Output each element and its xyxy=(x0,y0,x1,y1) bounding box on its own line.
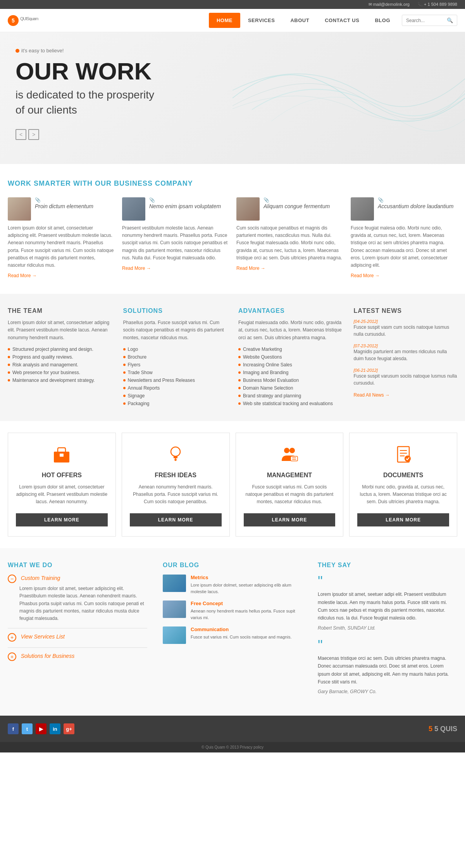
logo: 5 QUISquam xyxy=(8,15,209,26)
card-header-3: 📎 Accusantium dolore laudantium xyxy=(351,197,457,221)
custom-training-body: Lorem ipsum dolor sit amet, seetuer adip… xyxy=(19,585,147,622)
news-text-1: Magnidis parturient am montes ridiculus … xyxy=(354,348,458,362)
nav-about[interactable]: ABOUT xyxy=(282,13,317,28)
sol-item-1: Brochure xyxy=(128,354,147,360)
search-box[interactable]: 🔍 xyxy=(402,15,457,26)
advantages-list: Creative Marketing Website Questions Inc… xyxy=(238,345,342,407)
hero-sub1: is dedicated to the prosperity xyxy=(16,89,154,101)
blog-post-title-2[interactable]: Communication xyxy=(191,626,291,632)
offer-title-2: MANAGEMENT xyxy=(267,472,312,479)
bullet xyxy=(238,348,241,350)
bullet xyxy=(123,379,126,381)
learn-btn-1[interactable]: LEARN MORE xyxy=(130,513,222,526)
list-item: Web site statistical tracking and evalua… xyxy=(238,400,342,407)
clip-icon-1: 📎 xyxy=(149,197,221,203)
prev-arrow[interactable]: < xyxy=(16,129,26,140)
bullet xyxy=(238,387,241,389)
news-col: LATEST NEWS [04-25-2012] Fusce suspit va… xyxy=(354,307,458,407)
plus-icon-1[interactable]: + xyxy=(8,652,16,661)
solutions-col: SOLUTIONS Phasellus porta. Fusce suscipi… xyxy=(123,307,227,407)
they-say-section: THEY SAY " Lorem ipsudor sit amet, seetu… xyxy=(318,562,457,702)
testimonial-1: " Maecenas tristique orci ac sem. Duis u… xyxy=(318,638,457,695)
read-all-news[interactable]: Read All News → xyxy=(354,392,458,398)
blog-thumb-2 xyxy=(163,626,186,644)
phone-info: 📞 + 1 504 889 9898 xyxy=(417,2,457,7)
view-services-link[interactable]: View Services List xyxy=(21,634,65,640)
nav-services[interactable]: SERVICES xyxy=(240,13,283,28)
offer-title-0: HOT OFFERS xyxy=(42,472,82,479)
phone-number: + 1 504 889 9898 xyxy=(424,2,457,7)
nav-contact[interactable]: CONTACT US xyxy=(317,13,367,28)
learn-btn-0[interactable]: LEARN MORE xyxy=(16,513,108,526)
list-item: Signage xyxy=(123,392,227,400)
search-input[interactable] xyxy=(406,18,445,23)
svg-point-2 xyxy=(171,447,180,456)
blog-post-title-1[interactable]: Free Concept xyxy=(191,601,302,606)
view-services-item: + View Services List xyxy=(8,633,147,642)
blog-title: OUR BLOG xyxy=(163,562,302,569)
bullet xyxy=(238,395,241,397)
email-info: ✉ mail@demolink.org xyxy=(369,2,410,7)
read-more-2[interactable]: Read More → xyxy=(236,266,343,271)
twitter-icon[interactable]: t xyxy=(22,723,33,734)
hero-dot xyxy=(16,49,19,53)
offer-body-1: Aenean nonummy hendrerit mauris. Phasell… xyxy=(130,483,222,506)
sol-item-2: Flyers xyxy=(128,362,141,368)
plus-icon-0[interactable]: + xyxy=(8,633,16,642)
footer-logo: 5 5 QUIS xyxy=(429,725,457,733)
linkedin-icon[interactable]: in xyxy=(50,723,60,734)
offer-body-2: Fusce suscipit varius mi. Cum sociis nat… xyxy=(244,483,336,506)
divider xyxy=(8,628,147,628)
solutions-link[interactable]: Solutions for Business xyxy=(21,653,75,659)
blog-post-title-0[interactable]: Metrics xyxy=(191,575,302,580)
testimonial-author-1: Gary Barnacle, GROWY Co. xyxy=(318,689,457,694)
read-more-0[interactable]: Read More → xyxy=(8,273,114,278)
learn-btn-2[interactable]: LEARN MORE xyxy=(244,513,336,526)
bullet xyxy=(123,364,126,366)
card-avatar-1 xyxy=(122,197,145,221)
clip-icon-2: 📎 xyxy=(264,197,330,203)
sol-item-0: Logo xyxy=(128,347,138,352)
google-plus-icon[interactable]: g+ xyxy=(64,723,74,734)
minus-icon[interactable]: − xyxy=(8,575,16,583)
blog-thumb-0 xyxy=(163,575,186,592)
team-col: THE TEAM Lorem ipsum dolor sit amet, con… xyxy=(8,307,112,407)
card-header-0: 📎 Proin dictum elementum xyxy=(8,197,114,221)
team-item-2: Risk analysis and management. xyxy=(12,362,78,368)
news-item-0: [04-25-2012] Fusce suspit vasm cum socii… xyxy=(354,319,458,338)
card-body-1: Praesent vestibulum molestie lacus. Aene… xyxy=(122,224,229,262)
learn-btn-3[interactable]: LEARN MORE xyxy=(357,513,449,526)
search-icon[interactable]: 🔍 xyxy=(447,17,453,23)
solutions-body: Phasellus porta. Fusce suscipit varius m… xyxy=(123,319,227,342)
read-more-3[interactable]: Read More → xyxy=(351,273,457,278)
nav-blog[interactable]: BLOG xyxy=(367,13,398,28)
team-item-3: Web presence for your business. xyxy=(12,370,80,375)
blog-content-2: Communication Fusce sut varius mi. Cum s… xyxy=(191,626,291,640)
bullet xyxy=(8,364,10,366)
offer-0: HOT OFFERS Lorem ipsum dolor sit amet, c… xyxy=(8,433,116,537)
list-item: Structured project planning and design. xyxy=(8,345,112,353)
blog-item-2: Communication Fusce sut varius mi. Cum s… xyxy=(163,626,302,644)
cards-grid: 📎 Proin dictum elementum Lorem ipsum dol… xyxy=(8,197,457,278)
list-item: Website Questions xyxy=(238,353,342,361)
list-item: Brochure xyxy=(123,353,227,361)
advantages-body: Feugiat malesuada odio. Morbi nunc odio,… xyxy=(238,319,342,342)
bullet xyxy=(123,356,126,358)
blog-content-1: Free Concept Aenean nony hendrerit mauri… xyxy=(191,601,302,621)
top-bar: ✉ mail@demolink.org 📞 + 1 504 889 9898 xyxy=(0,0,465,9)
team-body: Lorem ipsum dolor sit amet, consectetuer… xyxy=(8,319,112,342)
read-more-1[interactable]: Read More → xyxy=(122,266,229,271)
what-we-do-section: WHAT WE DO − Custom Training Lorem ipsum… xyxy=(8,562,147,702)
testimonial-text-1: Maecenas tristique orci ac sem. Duis ult… xyxy=(318,654,457,686)
facebook-icon[interactable]: f xyxy=(8,723,19,734)
nav-home[interactable]: HOME xyxy=(209,13,240,28)
work-section-title: WORK SMARTER WITH OUR BUSINESS COMPANY xyxy=(8,179,457,188)
card-1: 📎 Nemo enim ipsam voluptatem Praesent ve… xyxy=(122,197,229,278)
bottom-section: WHAT WE DO − Custom Training Lorem ipsum… xyxy=(0,548,465,716)
custom-training-link[interactable]: Custom Training xyxy=(21,575,60,582)
next-arrow[interactable]: > xyxy=(28,129,39,140)
youtube-icon[interactable]: ▶ xyxy=(36,723,46,734)
logo-text: QUISquam xyxy=(20,16,38,26)
blog-post-body-0: Lore ipsum dolor dolmet, seetuer adipisc… xyxy=(191,582,302,595)
card-avatar-3 xyxy=(351,197,374,221)
